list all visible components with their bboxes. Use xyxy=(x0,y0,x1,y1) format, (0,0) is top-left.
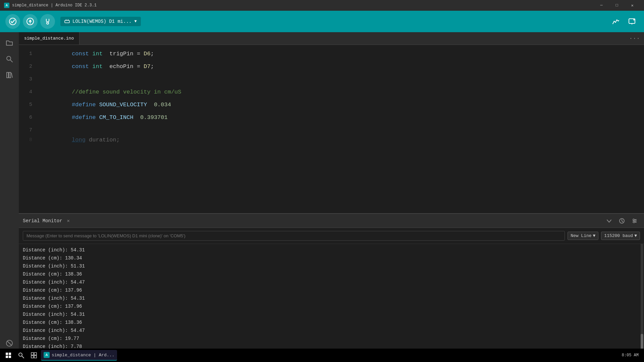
serial-line-2: Distance (inch): 51.31 xyxy=(23,262,640,270)
code-editor[interactable]: 1 const int trigPin = D6; 2 const int ec… xyxy=(19,45,644,213)
svg-point-23 xyxy=(633,219,634,220)
serial-line-3: Distance (cm): 138.36 xyxy=(23,270,640,278)
svg-rect-4 xyxy=(65,20,69,23)
editor-area: simple_distance.ino ··· 1 const int trig… xyxy=(19,32,644,354)
svg-rect-32 xyxy=(6,356,8,358)
serial-monitor-header: Serial Monitor ✕ xyxy=(19,214,644,228)
svg-rect-14 xyxy=(9,72,11,78)
svg-rect-6 xyxy=(68,19,68,20)
line-number-6: 6 xyxy=(19,111,38,124)
title-bar: A simple_distance | Arduino IDE 2.3.1 ─ … xyxy=(0,0,644,11)
svg-rect-5 xyxy=(66,19,66,20)
svg-rect-39 xyxy=(34,356,37,358)
svg-line-35 xyxy=(22,356,24,358)
serial-plotter-button[interactable] xyxy=(609,15,623,28)
svg-rect-38 xyxy=(31,356,34,358)
serial-line-8: Distance (inch): 54.31 xyxy=(23,310,640,318)
svg-rect-37 xyxy=(34,353,37,355)
close-button[interactable]: ✕ xyxy=(625,0,640,11)
serial-monitor-close-button[interactable]: ✕ xyxy=(65,218,72,224)
newline-dropdown-icon: ▼ xyxy=(593,233,596,238)
svg-rect-13 xyxy=(7,72,8,78)
timestamp-icon[interactable] xyxy=(616,216,627,226)
line-number-4: 4 xyxy=(19,86,38,99)
line-number-8: 8 xyxy=(19,137,38,143)
line-number-7: 7 xyxy=(19,124,38,137)
app-icon: A xyxy=(4,3,9,8)
library-sidebar-icon[interactable] xyxy=(3,68,16,82)
taskbar: A simple_distance | Ard... 8:05 AM xyxy=(0,349,644,362)
serial-output[interactable]: Distance (inch): 54.31 Distance (cm): 13… xyxy=(19,244,644,354)
serial-input-bar: New Line ▼ 115200 baud ▼ xyxy=(19,228,644,244)
tab-more-button[interactable]: ··· xyxy=(625,32,644,45)
serial-line-6: Distance (inch): 54.31 xyxy=(23,294,640,302)
code-line-6: 6 #define CM_TO_INCH 0.393701 xyxy=(19,111,644,124)
serial-line-7: Distance (cm): 137.96 xyxy=(23,302,640,310)
board-selector[interactable]: LOLIN(WEMOS) D1 mi... ▼ xyxy=(60,17,141,26)
svg-point-24 xyxy=(635,220,636,222)
newline-label: New Line xyxy=(571,233,591,238)
serial-line-0: Distance (inch): 54.31 xyxy=(23,246,640,254)
toolbar: LOLIN(WEMOS) D1 mi... ▼ xyxy=(0,11,644,32)
verify-button[interactable] xyxy=(5,14,20,29)
svg-point-3 xyxy=(47,22,49,24)
svg-line-12 xyxy=(10,60,13,62)
serial-line-10: Distance (inch): 54.47 xyxy=(23,326,640,335)
baud-rate-selector[interactable]: 115200 baud ▼ xyxy=(601,232,640,240)
tab-bar: simple_distance.ino ··· xyxy=(19,32,644,45)
code-content-6: #define CM_TO_INCH 0.393701 xyxy=(38,99,644,137)
toolbar-right xyxy=(609,15,639,28)
tab-simple-distance[interactable]: simple_distance.ino xyxy=(19,32,79,45)
folder-sidebar-icon[interactable] xyxy=(3,36,16,50)
minimize-button[interactable]: ─ xyxy=(594,0,609,11)
serial-header-right xyxy=(604,216,640,226)
board-name: LOLIN(WEMOS) D1 mi... xyxy=(72,19,131,24)
svg-rect-30 xyxy=(6,353,8,355)
code-line-8: 8 long duration; xyxy=(19,137,644,143)
window-title: simple_distance | Arduino IDE 2.3.1 xyxy=(12,3,97,8)
svg-rect-31 xyxy=(9,353,11,355)
baud-dropdown-icon: ▼ xyxy=(634,233,637,238)
newline-selector[interactable]: New Line ▼ xyxy=(568,232,598,240)
svg-line-19 xyxy=(622,221,623,222)
serial-line-4: Distance (inch): 54.47 xyxy=(23,278,640,286)
serial-line-11: Distance (cm): 19.77 xyxy=(23,335,640,343)
svg-point-10 xyxy=(633,19,635,20)
start-button[interactable] xyxy=(3,350,14,361)
line-number-3: 3 xyxy=(19,73,38,86)
serial-monitor-panel: Serial Monitor ✕ xyxy=(19,213,644,354)
serial-scrollbar[interactable] xyxy=(641,244,643,354)
svg-point-25 xyxy=(633,222,635,223)
serial-message-input[interactable] xyxy=(23,231,565,241)
serial-line-5: Distance (cm): 137.96 xyxy=(23,286,640,294)
svg-line-16 xyxy=(7,341,12,346)
svg-rect-33 xyxy=(9,356,11,358)
serial-settings-icon[interactable] xyxy=(629,216,640,226)
baud-label: 115200 baud xyxy=(604,233,633,238)
scroll-down-icon[interactable] xyxy=(604,216,614,226)
serial-monitor-button[interactable] xyxy=(625,15,639,28)
serial-monitor-title: Serial Monitor xyxy=(23,218,62,224)
board-dropdown-icon: ▼ xyxy=(134,19,137,24)
code-line-2: 2 const int echoPin = D7; xyxy=(19,60,644,73)
no-debug-sidebar-icon[interactable] xyxy=(3,337,16,350)
serial-line-9: Distance (cm): 138.36 xyxy=(23,318,640,326)
code-content-8: long duration; xyxy=(38,137,644,143)
main-layout: simple_distance.ino ··· 1 const int trig… xyxy=(0,32,644,354)
window-controls: ─ □ ✕ xyxy=(594,0,640,11)
taskbar-search-button[interactable] xyxy=(15,350,27,361)
maximize-button[interactable]: □ xyxy=(609,0,625,11)
line-number-2: 2 xyxy=(19,60,38,73)
line-number-5: 5 xyxy=(19,99,38,111)
svg-rect-36 xyxy=(31,353,34,355)
taskbar-time: 8:05 AM xyxy=(619,353,641,358)
line-number-1: 1 xyxy=(19,48,38,60)
side-panel xyxy=(0,32,19,354)
arduino-taskbar-app[interactable]: A simple_distance | Ard... xyxy=(41,350,117,361)
taskbar-app-label: simple_distance | Ard... xyxy=(52,353,114,358)
search-sidebar-icon[interactable] xyxy=(3,52,16,66)
debugger-button[interactable] xyxy=(40,14,55,29)
upload-button[interactable] xyxy=(23,14,38,29)
serial-line-1: Distance (cm): 130.34 xyxy=(23,254,640,262)
taskbar-view-button[interactable] xyxy=(28,350,40,361)
